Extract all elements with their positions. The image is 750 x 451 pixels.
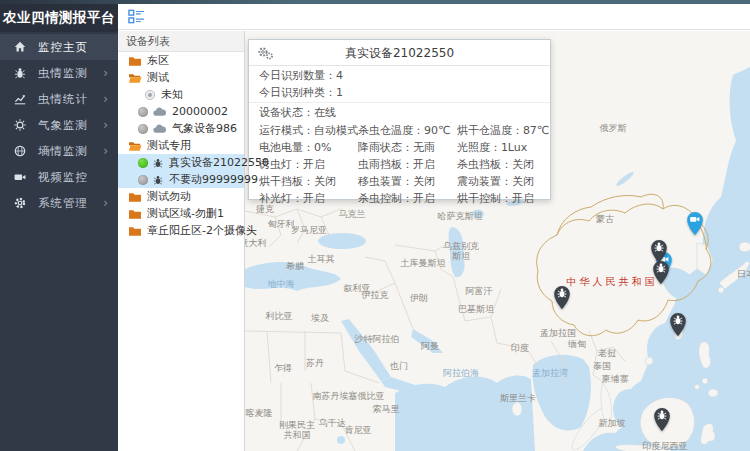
sidebar-item-label: 视频监控 [38,170,88,185]
tree-device[interactable]: 气象设备986 [118,120,244,137]
popup-field: 杀虫控制：开启 [358,190,457,207]
weather-icon [13,118,27,132]
tree-device[interactable]: 未知 [118,86,244,103]
chevron-right-icon: › [103,196,108,210]
popup-field: 补光灯：开启 [259,190,358,207]
device-tree: 东区测试未知20000002气象设备986测试专用真实设备21022550不要动… [118,52,244,239]
popup-sensor-row: 电池电量：0%降雨状态：无雨光照度：1Lux [249,139,550,156]
popup-sensor-row: 诱虫灯：开启虫雨挡板：开启杀虫挡板：关闭 [249,156,550,173]
content: 设备列表 东区测试未知20000002气象设备986测试专用真实设备210225… [118,31,750,451]
tree-folder-label: 测试勿动 [147,189,191,204]
tree-folder[interactable]: 章丘阳丘区-2个摄像头 [118,222,244,239]
popup-field: 烘干控制：开启 [457,190,550,207]
tree-device-label: 不要动99999999 [169,172,258,187]
folder-closed-icon [128,208,142,220]
sidebar-item-insect-monitor[interactable]: 虫情监测› [0,60,118,86]
map-marker-bug[interactable] [652,406,672,432]
tree-device[interactable]: 20000002 [118,103,244,120]
sidebar-item-system-manage[interactable]: 系统管理› [0,190,118,216]
tree-toggle-icon[interactable] [128,9,145,24]
main-area: 设备列表 东区测试未知20000002气象设备986测试专用真实设备210225… [118,4,750,451]
sidebar-item-insect-stats[interactable]: 虫情统计› [0,86,118,112]
bug-icon [13,66,27,80]
tree-folder[interactable]: 测试区域-勿删1 [118,205,244,222]
tree-device-label: 气象设备986 [172,121,237,136]
tree-device[interactable]: 真实设备21022550 [118,154,244,171]
map-marker-bug[interactable] [651,259,671,285]
weather-cloud-icon [152,124,167,134]
weather-cloud-icon [152,107,167,117]
tree-folder[interactable]: 测试勿动 [118,188,244,205]
popup-device-title: 真实设备21022550 [249,40,550,66]
tree-folder[interactable]: 测试专用 [118,137,244,154]
sidebar-item-soil-monitor[interactable]: 墒情监测› [0,138,118,164]
popup-sensor-row: 运行模式：自动模式杀虫仓温度：90℃烘干仓温度：87℃ [249,122,550,139]
tree-folder[interactable]: 东区 [118,52,244,69]
world-map[interactable]: 俄罗斯蒙古中华人民共和国哈萨克斯坦乌克兰捷克匈牙利罗马尼亚意大利土耳其希腊土库曼… [245,31,750,451]
gear-icon [13,196,27,210]
popup-summary-row: 今日识别数量：4 [249,67,550,84]
popup-status-row: 设备状态：在线 [249,104,550,121]
popup-field: 诱虫灯：开启 [259,156,358,173]
sidebar-item-label: 系统管理 [38,196,88,211]
tree-device[interactable]: 不要动99999999 [118,171,244,188]
home-icon [13,40,27,54]
app-window: 农业四情测报平台 监控主页虫情监测›虫情统计›气象监测›墒情监测›视频监控系统管… [0,0,750,451]
popup-sensor-grid: 运行模式：自动模式杀虫仓温度：90℃烘干仓温度：87℃电池电量：0%降雨状态：无… [249,122,550,207]
popup-sensor-row: 烘干挡板：关闭移虫装置：关闭震动装置：关闭 [249,173,550,190]
map-marker-bug[interactable] [552,284,572,310]
status-dot-online [138,158,148,168]
tree-folder-label: 章丘阳丘区-2个摄像头 [147,223,257,238]
popup-status-section: 设备状态：在线 [249,103,550,122]
popup-field: 运行模式：自动模式 [259,122,358,139]
tree-folder-label: 测试 [147,70,169,85]
folder-open-icon [128,140,142,152]
sidebar-item-video-monitor[interactable]: 视频监控 [0,164,118,190]
folder-closed-icon [128,225,142,237]
popup-field: 移虫装置：关闭 [358,173,457,190]
popup-field: 烘干仓温度：87℃ [457,122,550,139]
folder-closed-icon [128,191,142,203]
tree-folder[interactable]: 测试 [118,69,244,86]
chevron-right-icon: › [103,118,108,132]
popup-field: 虫雨挡板：开启 [358,156,457,173]
bug-device-icon [152,157,164,169]
folder-open-icon [128,72,142,84]
tree-folder-label: 测试区域-勿删1 [147,206,224,221]
sidebar-item-label: 虫情监测 [38,66,88,81]
popup-field: 杀虫仓温度：90℃ [358,122,457,139]
status-dot-offline [138,124,148,134]
sidebar-item-label: 监控主页 [38,40,88,55]
map-marker-bug[interactable] [668,311,688,337]
status-dot-offline [138,175,148,185]
radio-icon [144,89,156,101]
folder-closed-icon [128,55,142,67]
chevron-right-icon: › [103,144,108,158]
device-info-popup: 真实设备21022550 今日识别数量：4今日识别种类：1 设备状态：在线 运行… [248,39,551,200]
popup-field: 降雨状态：无雨 [358,139,457,156]
map-marker-camera[interactable] [685,210,705,236]
video-icon [13,170,27,184]
sidebar-item-monitor-home[interactable]: 监控主页 [0,34,118,60]
sidebar-item-weather-monitor[interactable]: 气象监测› [0,112,118,138]
tree-folder-label: 测试专用 [147,138,191,153]
sidebar-nav: 监控主页虫情监测›虫情统计›气象监测›墒情监测›视频监控系统管理› [0,32,118,216]
popup-field: 光照度：1Lux [457,139,550,156]
popup-field: 烘干挡板：关闭 [259,173,358,190]
globe-icon [13,144,27,158]
window-top-strip [0,0,750,4]
popup-summary-row: 今日识别种类：1 [249,84,550,101]
sidebar-item-label: 气象监测 [38,118,88,133]
app-title: 农业四情测报平台 [0,0,118,32]
sidebar-item-label: 虫情统计 [38,92,88,107]
popup-sensor-row: 补光灯：开启杀虫控制：开启烘干控制：开启 [249,190,550,207]
tree-folder-label: 东区 [147,53,169,68]
tree-device-label: 20000002 [172,105,228,118]
popup-summary-section: 今日识别数量：4今日识别种类：1 [249,66,550,103]
popup-field: 电池电量：0% [259,139,358,156]
device-list-header: 设备列表 [118,31,244,52]
bug-device-icon [152,174,164,186]
chart-icon [13,92,27,106]
device-list-panel: 设备列表 东区测试未知20000002气象设备986测试专用真实设备210225… [118,31,245,451]
popup-field: 杀虫挡板：关闭 [457,156,550,173]
